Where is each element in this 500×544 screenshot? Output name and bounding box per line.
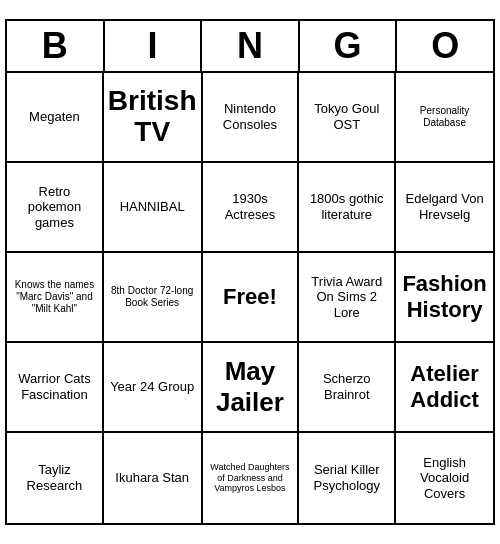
- bingo-header: BINGO: [7, 21, 493, 73]
- bingo-cell-23: Serial Killer Psychology: [299, 433, 396, 523]
- bingo-cell-9: Edelgard Von Hrevselg: [396, 163, 493, 253]
- bingo-cell-17: May Jailer: [203, 343, 300, 433]
- bingo-cell-19: Atelier Addict: [396, 343, 493, 433]
- bingo-cell-4: Personality Database: [396, 73, 493, 163]
- bingo-cell-3: Tokyo Goul OST: [299, 73, 396, 163]
- bingo-cell-11: 8th Doctor 72-long Book Series: [104, 253, 203, 343]
- bingo-grid: MegatenBritish TVNintendo ConsolesTokyo …: [7, 73, 493, 523]
- bingo-cell-10: Knows the names "Marc Davis" and "Milt K…: [7, 253, 104, 343]
- bingo-cell-12: Free!: [203, 253, 300, 343]
- bingo-cell-0: Megaten: [7, 73, 104, 163]
- bingo-cell-14: Fashion History: [396, 253, 493, 343]
- bingo-cell-8: 1800s gothic literature: [299, 163, 396, 253]
- bingo-cell-13: Trivia Award On Sims 2 Lore: [299, 253, 396, 343]
- bingo-cell-18: Scherzo Brainrot: [299, 343, 396, 433]
- header-letter-G: G: [300, 21, 398, 71]
- header-letter-N: N: [202, 21, 300, 71]
- bingo-cell-7: 1930s Actreses: [203, 163, 300, 253]
- bingo-card: BINGO MegatenBritish TVNintendo Consoles…: [5, 19, 495, 525]
- bingo-cell-2: Nintendo Consoles: [203, 73, 300, 163]
- bingo-cell-20: Tayliz Research: [7, 433, 104, 523]
- bingo-cell-21: Ikuhara Stan: [104, 433, 203, 523]
- bingo-cell-24: English Vocaloid Covers: [396, 433, 493, 523]
- bingo-cell-6: HANNIBAL: [104, 163, 203, 253]
- bingo-cell-15: Warrior Cats Fascination: [7, 343, 104, 433]
- header-letter-B: B: [7, 21, 105, 71]
- header-letter-I: I: [105, 21, 203, 71]
- bingo-cell-22: Watched Daughters of Darkness and Vampyr…: [203, 433, 300, 523]
- bingo-cell-1: British TV: [104, 73, 203, 163]
- bingo-cell-16: Year 24 Group: [104, 343, 203, 433]
- header-letter-O: O: [397, 21, 493, 71]
- bingo-cell-5: Retro pokemon games: [7, 163, 104, 253]
